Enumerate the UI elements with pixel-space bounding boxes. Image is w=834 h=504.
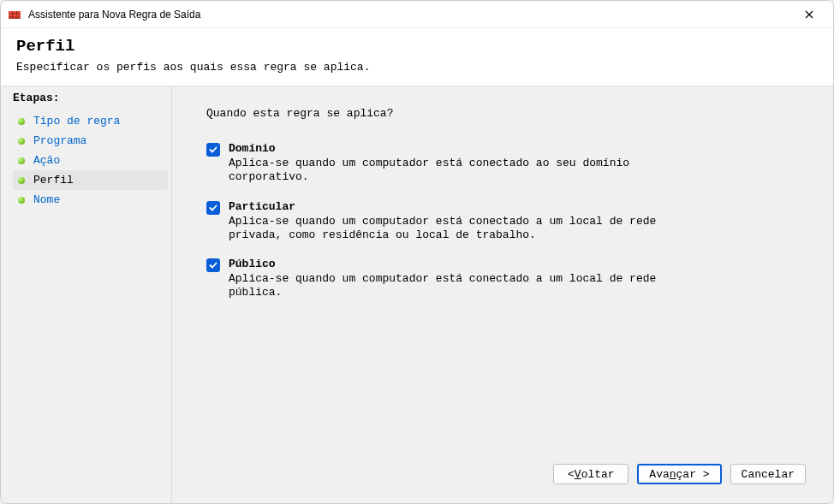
step-bullet-icon — [18, 157, 25, 164]
option-desc: Aplica-se quando um computador está cone… — [229, 215, 657, 243]
main-panel: Quando esta regra se aplica? Domínio Apl… — [172, 86, 833, 503]
option-desc: Aplica-se quando um computador está cone… — [229, 157, 657, 185]
back-pre: < — [568, 469, 575, 480]
back-post: oltar — [581, 469, 615, 480]
checkbox-particular[interactable] — [206, 201, 220, 215]
step-bullet-icon — [18, 138, 25, 145]
option-desc: Aplica-se quando um computador está cone… — [229, 272, 657, 300]
titlebar: Assistente para Nova Regra de Saída — [1, 1, 833, 28]
window-title: Assistente para Nova Regra de Saída — [28, 9, 792, 21]
checkbox-dominio[interactable] — [206, 143, 220, 157]
firewall-icon — [8, 8, 21, 21]
cancel-label: Cancelar — [742, 469, 795, 480]
page-subtitle: Especificar os perfis aos quais essa reg… — [16, 61, 818, 74]
back-button[interactable]: < Voltar — [553, 464, 628, 484]
close-button[interactable] — [792, 3, 826, 27]
step-bullet-icon — [18, 197, 25, 204]
cancel-button[interactable]: Cancelar — [730, 464, 806, 484]
svg-rect-2 — [9, 15, 21, 16]
step-label: Ação — [33, 154, 60, 167]
step-bullet-icon — [18, 118, 25, 125]
wizard-header: Perfil Especificar os perfis aos quais e… — [1, 28, 833, 86]
svg-rect-1 — [9, 11, 21, 13]
step-programa[interactable]: Programa — [13, 131, 168, 151]
option-publico: Público Aplica-se quando um computador e… — [206, 258, 807, 300]
step-acao[interactable]: Ação — [13, 151, 168, 170]
checkbox-publico[interactable] — [206, 258, 220, 272]
page-title: Perfil — [16, 37, 818, 56]
wizard-body: Etapas: Tipo de regra Programa Ação Perf… — [1, 86, 833, 503]
option-dominio: Domínio Aplica-se quando um computador e… — [206, 142, 807, 185]
steps-heading: Etapas: — [13, 92, 168, 104]
steps-sidebar: Etapas: Tipo de regra Programa Ação Perf… — [1, 86, 172, 503]
step-label: Programa — [33, 134, 86, 147]
next-pre: Ava — [649, 469, 669, 480]
next-accel: n — [670, 469, 676, 480]
next-button[interactable]: Avançar > — [637, 464, 721, 484]
wizard-footer: < Voltar Avançar > Cancelar — [206, 459, 807, 493]
option-particular: Particular Aplica-se quando um computado… — [206, 200, 807, 243]
wizard-window: Assistente para Nova Regra de Saída Perf… — [0, 0, 834, 504]
step-nome[interactable]: Nome — [13, 190, 168, 210]
back-accel: V — [575, 469, 581, 480]
option-label: Particular — [229, 200, 807, 213]
option-label: Público — [229, 258, 807, 270]
step-label: Perfil — [33, 174, 74, 187]
step-label: Tipo de regra — [33, 115, 120, 127]
step-perfil[interactable]: Perfil — [13, 170, 168, 190]
option-label: Domínio — [229, 142, 807, 155]
profile-question: Quando esta regra se aplica? — [206, 107, 807, 120]
step-bullet-icon — [18, 177, 25, 184]
step-label: Nome — [33, 193, 60, 206]
svg-rect-3 — [12, 11, 13, 19]
svg-rect-4 — [16, 11, 17, 19]
step-tipo-de-regra[interactable]: Tipo de regra — [13, 111, 168, 131]
next-post: çar > — [676, 469, 710, 480]
